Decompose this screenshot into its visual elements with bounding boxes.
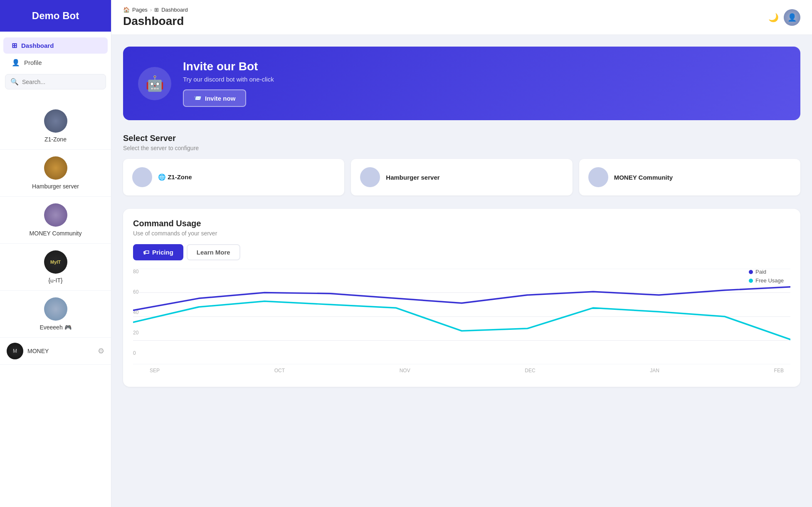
chart-area: Paid Free Usage 80 60 40 20 0 — [133, 269, 790, 377]
chart-svg — [133, 269, 790, 364]
dashboard-icon: ⊞ — [12, 42, 17, 49]
server-card-money-community[interactable]: MONEY Community — [579, 159, 800, 195]
dark-mode-toggle[interactable]: 🌙 — [768, 12, 779, 22]
content-area: 🤖 Invite our Bot Try our discord bot wit… — [111, 35, 812, 507]
pricing-icon: 🏷 — [143, 249, 149, 256]
invite-now-button[interactable]: 📨 Invite now — [183, 89, 246, 107]
breadcrumb-current[interactable]: Dashboard — [161, 7, 188, 13]
sidebar-item-label: Dashboard — [21, 42, 54, 49]
server-name-money: MONEY — [27, 348, 49, 354]
sidebar-server-hamburger[interactable]: Hamburger server — [0, 150, 111, 197]
sidebar: Demo Bot ⊞ Dashboard 👤 Profile 🔍 Z1-Zone… — [0, 0, 111, 507]
breadcrumb-home-icon: 🏠 — [123, 7, 130, 13]
select-server-subtitle: Select the server to configure — [123, 145, 800, 151]
profile-icon: 👤 — [12, 59, 20, 67]
search-box: 🔍 — [5, 74, 106, 89]
card-name-z1zone: 🌐 Z1-Zone — [158, 173, 192, 181]
card-name-hamburger: Hamburger server — [386, 174, 439, 181]
search-icon: 🔍 — [10, 78, 19, 86]
server-card-hamburger[interactable]: Hamburger server — [351, 159, 572, 195]
server-name-eveeeeh: Eveeeeh 🎮 — [39, 324, 71, 331]
invite-subtitle: Try our discord bot with one-click — [183, 76, 274, 83]
sidebar-server-z1zone[interactable]: Z1-Zone — [0, 103, 111, 150]
server-name-z1zone: Z1-Zone — [44, 136, 67, 143]
sidebar-item-dashboard[interactable]: ⊞ Dashboard — [3, 37, 108, 54]
server-avatar-money-community — [44, 203, 67, 227]
server-avatar-money: M — [7, 343, 23, 359]
command-usage-subtitle: Use of commands of your server — [133, 230, 790, 237]
main-content: 🏠 Pages › ⊞ Dashboard Dashboard 🌙 👤 🤖 In… — [111, 0, 812, 507]
server-list: Z1-Zone Hamburger server MONEY Community… — [0, 99, 111, 368]
server-avatar-z1zone — [44, 109, 67, 133]
command-usage-section: Command Usage Use of commands of your se… — [123, 209, 800, 387]
card-name-money-community: MONEY Community — [614, 174, 673, 181]
gear-icon[interactable]: ⚙ — [98, 346, 104, 356]
sidebar-server-money-community[interactable]: MONEY Community — [0, 197, 111, 244]
invite-title: Invite our Bot — [183, 60, 274, 73]
tab-learn-more-label: Learn More — [197, 249, 230, 256]
server-cards: 🌐 Z1-Zone Hamburger server MONEY Communi… — [123, 159, 800, 195]
server-name-money-community: MONEY Community — [30, 230, 82, 237]
sidebar-nav: ⊞ Dashboard 👤 Profile 🔍 — [0, 32, 111, 99]
card-avatar-money-community — [588, 167, 608, 187]
topbar-left: 🏠 Pages › ⊞ Dashboard Dashboard — [123, 7, 188, 28]
card-avatar-hamburger — [360, 167, 380, 187]
page-title: Dashboard — [123, 15, 188, 28]
sidebar-item-profile[interactable]: 👤 Profile — [3, 54, 108, 71]
search-input[interactable] — [22, 79, 101, 85]
sidebar-server-myit[interactable]: MyIT {ꭐ-IT} — [0, 244, 111, 291]
x-axis-labels: SEP OCT NOV DEC JAN FEB — [133, 366, 790, 373]
robot-icon: 🤖 — [146, 75, 164, 92]
server-name-myit: {ꭐ-IT} — [48, 277, 62, 284]
sidebar-item-label: Profile — [24, 59, 42, 66]
invite-text: Invite our Bot Try our discord bot with … — [183, 60, 274, 107]
select-server-title: Select Server — [123, 134, 800, 143]
server-avatar-eveeeeh — [44, 297, 67, 321]
server-avatar-myit: MyIT — [44, 250, 67, 274]
breadcrumb-dashboard-icon: ⊞ — [154, 7, 159, 13]
tab-learn-more[interactable]: Learn More — [187, 244, 240, 260]
tab-pricing[interactable]: 🏷 Pricing — [133, 244, 183, 260]
invite-btn-icon: 📨 — [194, 94, 202, 102]
command-usage-title: Command Usage — [133, 219, 790, 228]
breadcrumb: 🏠 Pages › ⊞ Dashboard — [123, 7, 188, 13]
app-title: Demo Bot — [32, 10, 79, 21]
breadcrumb-pages[interactable]: Pages — [132, 7, 148, 13]
invite-banner: 🤖 Invite our Bot Try our discord bot wit… — [123, 47, 800, 120]
topbar-right: 🌙 👤 — [768, 9, 800, 26]
card-avatar-z1zone — [132, 167, 152, 187]
tab-pricing-label: Pricing — [152, 249, 173, 256]
tab-bar: 🏷 Pricing Learn More — [133, 244, 790, 260]
bot-icon: 🤖 — [138, 67, 171, 100]
server-card-z1zone[interactable]: 🌐 Z1-Zone — [123, 159, 344, 195]
sidebar-server-money-row[interactable]: M MONEY ⚙ — [0, 338, 111, 365]
sidebar-server-eveeeeh[interactable]: Eveeeeh 🎮 — [0, 291, 111, 338]
server-avatar-hamburger — [44, 156, 67, 180]
server-name-hamburger: Hamburger server — [32, 183, 79, 190]
breadcrumb-separator: › — [150, 7, 152, 13]
user-avatar[interactable]: 👤 — [784, 9, 800, 26]
topbar: 🏠 Pages › ⊞ Dashboard Dashboard 🌙 👤 — [111, 0, 812, 35]
invite-btn-label: Invite now — [205, 95, 235, 102]
sidebar-header: Demo Bot — [0, 0, 111, 32]
select-server-section: Select Server Select the server to confi… — [123, 134, 800, 195]
